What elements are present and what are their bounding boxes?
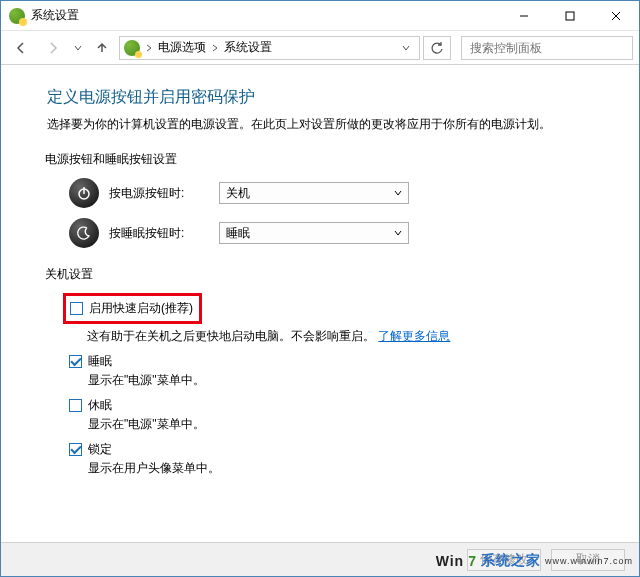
content-area: 定义电源按钮并启用密码保护 选择要为你的计算机设置的电源设置。在此页上对设置所做…	[1, 65, 639, 544]
hibernate-option: 休眠 显示在"电源"菜单中。	[69, 397, 617, 433]
refresh-button[interactable]	[423, 36, 451, 60]
breadcrumb-item[interactable]: 系统设置	[224, 39, 272, 56]
navbar: 电源选项 系统设置	[1, 31, 639, 65]
chevron-right-icon	[144, 44, 154, 52]
chevron-down-icon	[394, 226, 402, 240]
lock-option: 锁定 显示在用户头像菜单中。	[69, 441, 617, 477]
page-subtitle: 选择要为你的计算机设置的电源设置。在此页上对设置所做的更改将应用于你所有的电源计…	[47, 116, 617, 133]
sleep-label: 睡眠	[88, 353, 112, 370]
svg-rect-1	[566, 12, 574, 20]
forward-button[interactable]	[39, 35, 67, 61]
power-icon	[69, 178, 99, 208]
power-button-row: 按电源按钮时: 关机	[69, 178, 617, 208]
fast-startup-label: 启用快速启动(推荐)	[89, 300, 193, 317]
fast-startup-highlight: 启用快速启动(推荐)	[63, 293, 202, 324]
page-title: 定义电源按钮并启用密码保护	[47, 87, 617, 108]
chevron-down-icon	[394, 186, 402, 200]
save-button[interactable]: 保存修改	[467, 549, 541, 571]
section-heading-shutdown: 关机设置	[45, 266, 617, 283]
close-button[interactable]	[593, 1, 639, 31]
address-dropdown[interactable]	[397, 37, 415, 59]
window-title: 系统设置	[31, 7, 79, 24]
lock-desc: 显示在用户头像菜单中。	[88, 460, 617, 477]
back-button[interactable]	[7, 35, 35, 61]
maximize-button[interactable]	[547, 1, 593, 31]
select-value: 睡眠	[226, 225, 250, 242]
sleep-checkbox[interactable]	[69, 355, 82, 368]
sleep-option: 睡眠 显示在"电源"菜单中。	[69, 353, 617, 389]
breadcrumb-item[interactable]: 电源选项	[158, 39, 206, 56]
fast-startup-desc-text: 这有助于在关机之后更快地启动电脑。不会影响重启。	[87, 329, 375, 343]
minimize-button[interactable]	[501, 1, 547, 31]
search-input[interactable]	[468, 40, 626, 56]
search-box[interactable]	[461, 36, 633, 60]
fast-startup-checkbox[interactable]	[70, 302, 83, 315]
sleep-button-select[interactable]: 睡眠	[219, 222, 409, 244]
sleep-button-label: 按睡眠按钮时:	[109, 225, 209, 242]
select-value: 关机	[226, 185, 250, 202]
lock-label: 锁定	[88, 441, 112, 458]
lock-checkbox[interactable]	[69, 443, 82, 456]
address-box[interactable]: 电源选项 系统设置	[119, 36, 420, 60]
fast-startup-desc: 这有助于在关机之后更快地启动电脑。不会影响重启。 了解更多信息	[87, 328, 617, 345]
titlebar: 系统设置	[1, 1, 639, 31]
up-button[interactable]	[89, 35, 115, 61]
sleep-button-row: 按睡眠按钮时: 睡眠	[69, 218, 617, 248]
settings-window: 系统设置 电源选项	[0, 0, 640, 577]
power-options-icon	[124, 40, 140, 56]
history-dropdown[interactable]	[71, 35, 85, 61]
hibernate-label: 休眠	[88, 397, 112, 414]
sleep-desc: 显示在"电源"菜单中。	[88, 372, 617, 389]
power-options-icon	[9, 8, 25, 24]
hibernate-desc: 显示在"电源"菜单中。	[88, 416, 617, 433]
section-heading-buttons: 电源按钮和睡眠按钮设置	[45, 151, 617, 168]
power-button-select[interactable]: 关机	[219, 182, 409, 204]
hibernate-checkbox[interactable]	[69, 399, 82, 412]
footer: 保存修改 取消	[1, 542, 639, 576]
power-button-label: 按电源按钮时:	[109, 185, 209, 202]
learn-more-link[interactable]: 了解更多信息	[378, 329, 450, 343]
cancel-button[interactable]: 取消	[551, 549, 625, 571]
chevron-right-icon	[210, 44, 220, 52]
sleep-icon	[69, 218, 99, 248]
